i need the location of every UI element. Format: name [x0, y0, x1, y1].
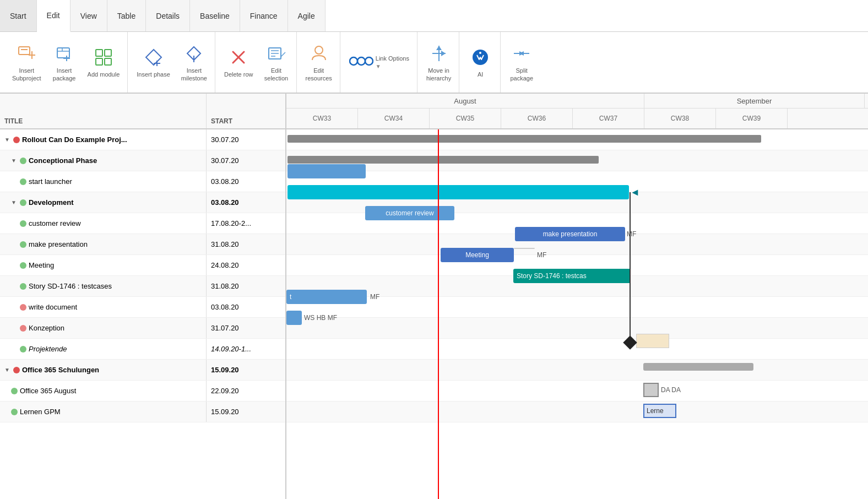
toolbar-section-ai: AI	[460, 32, 501, 93]
toolbar: InsertSubproject Insertpackage	[0, 32, 868, 94]
row-startlauncher[interactable]: start launcher 03.08.20	[0, 171, 285, 192]
svg-point-26	[350, 57, 357, 65]
add-module-button[interactable]: Add module	[82, 37, 126, 87]
bar-office365aug-box[interactable]	[643, 383, 659, 397]
bar-konzeption[interactable]	[286, 311, 302, 325]
toolbar-section-resources: Editresources	[298, 32, 340, 93]
cell-title-office365aug: Office 365 August	[0, 381, 207, 401]
bar-development[interactable]	[287, 185, 629, 199]
cell-start-meeting: 24.08.20	[207, 255, 285, 275]
bar-conceptional[interactable]	[287, 156, 599, 164]
insert-package-icon	[55, 42, 74, 64]
toolbar-section-phase: Insert phase Insertmilestone	[129, 32, 215, 93]
dot-rollout	[13, 137, 20, 143]
split-package-icon	[512, 42, 531, 64]
da-labels-office365: DA DA	[661, 386, 681, 394]
toggle-conceptional[interactable]: ▼	[11, 158, 17, 164]
insert-subproject-icon	[17, 42, 36, 64]
cw35: CW35	[430, 109, 501, 128]
bar-office365[interactable]	[643, 363, 753, 371]
bar-lernen[interactable]: Lerne	[643, 404, 676, 418]
label-writedoc: write document	[29, 303, 77, 311]
delete-row-icon	[229, 46, 248, 68]
cell-start-rollout: 30.07.20	[207, 129, 285, 150]
insert-milestone-label: Insertmilestone	[181, 67, 207, 83]
insert-package-label: Insertpackage	[53, 67, 76, 83]
svg-point-25	[315, 46, 323, 54]
bar-meeting-extra	[514, 248, 535, 249]
toolbar-section-link: Link Options ▼	[341, 32, 417, 93]
cell-start-projektende: 14.09.20-1...	[207, 339, 285, 359]
cell-title-customerreview: customer review	[0, 213, 207, 234]
row-conceptional[interactable]: ▼ Conceptional Phase 30.07.20	[0, 150, 285, 171]
dot-story	[20, 283, 26, 290]
tab-view[interactable]: View	[70, 0, 107, 31]
insert-phase-label: Insert phase	[137, 70, 170, 78]
bar-makepresentation[interactable]: make presentation	[515, 227, 625, 241]
cell-title-rollout: ▼ Rollout Can Do Example Proj...	[0, 129, 207, 150]
label-rollout: Rollout Can Do Example Proj...	[22, 135, 127, 144]
edit-selection-button[interactable]: Editselection	[259, 37, 294, 87]
tab-details[interactable]: Details	[146, 0, 190, 31]
split-package-button[interactable]: Splitpackage	[504, 37, 539, 87]
delete-row-button[interactable]: Delete row	[219, 37, 259, 87]
row-lernen[interactable]: Lernen GPM 15.09.20	[0, 402, 285, 422]
row-story[interactable]: Story SD-1746 : testcases 31.08.20	[0, 276, 285, 297]
gantt-bg-12	[286, 381, 868, 402]
row-konzeption[interactable]: Konzeption 31.07.20	[0, 318, 285, 339]
tab-agile[interactable]: Agile	[288, 0, 326, 31]
bar-customerreview[interactable]: customer review	[365, 206, 454, 220]
tree-rows: ▼ Rollout Can Do Example Proj... 30.07.2…	[0, 129, 285, 499]
insert-phase-icon	[144, 46, 164, 68]
tab-finance[interactable]: Finance	[240, 0, 288, 31]
row-writedoc[interactable]: write document 03.08.20	[0, 297, 285, 318]
bar-startlauncher[interactable]	[287, 164, 366, 178]
insert-package-button[interactable]: Insertpackage	[47, 37, 82, 87]
tab-start[interactable]: Start	[0, 0, 37, 31]
toggle-rollout[interactable]: ▼	[4, 137, 10, 143]
toggle-development[interactable]: ▼	[11, 199, 17, 205]
gantt-bg-13	[286, 402, 868, 422]
row-makepresentation[interactable]: make presentation 31.08.20	[0, 234, 285, 255]
row-development[interactable]: ▼ Development 03.08.20	[0, 192, 285, 213]
add-module-label: Add module	[88, 70, 120, 78]
bar-rollout[interactable]	[287, 135, 761, 143]
cw-row: CW33 CW34 CW35 CW36 CW37 CW38 CW39	[286, 109, 868, 128]
gantt-body: ◄ customer review make presentation MF M…	[286, 129, 868, 499]
ai-button[interactable]: AI	[463, 37, 498, 87]
edit-resources-button[interactable]: Editresources	[300, 37, 338, 87]
edit-selection-label: Editselection	[264, 67, 288, 83]
row-office365[interactable]: ▼ Office 365 Schulungen 15.09.20	[0, 360, 285, 381]
row-projektende[interactable]: Projektende 14.09.20-1...	[0, 339, 285, 360]
ai-icon	[470, 46, 490, 68]
development-arrow: ◄	[630, 187, 640, 198]
toggle-office365[interactable]: ▼	[4, 367, 10, 373]
insert-phase-button[interactable]: Insert phase	[131, 37, 176, 87]
tab-table[interactable]: Table	[107, 0, 146, 31]
tab-edit[interactable]: Edit	[37, 0, 70, 32]
bar-writedoc[interactable]: t	[286, 290, 367, 304]
insert-milestone-button[interactable]: Insertmilestone	[176, 37, 213, 87]
link-options-icon	[349, 55, 373, 68]
row-customerreview[interactable]: customer review 17.08.20-2...	[0, 213, 285, 234]
link-options-button[interactable]: Link Options ▼	[344, 37, 415, 87]
cell-title-makepresentation: make presentation	[0, 234, 207, 254]
insert-subproject-label: InsertSubproject	[12, 67, 41, 83]
row-rollout[interactable]: ▼ Rollout Can Do Example Proj... 30.07.2…	[0, 129, 285, 150]
insert-subproject-button[interactable]: InsertSubproject	[7, 37, 47, 87]
row-meeting[interactable]: Meeting 24.08.20	[0, 255, 285, 276]
bar-story[interactable]: Story SD-1746 : testcas	[513, 269, 631, 283]
add-module-icon	[94, 46, 113, 68]
svg-marker-32	[441, 51, 446, 56]
label-startlauncher: start launcher	[29, 177, 72, 186]
label-customerreview: customer review	[29, 219, 81, 227]
tab-baseline[interactable]: Baseline	[190, 0, 240, 31]
dot-lernen	[11, 409, 18, 415]
toolbar-section-edit: Delete row Editselection	[216, 32, 297, 93]
cw37: CW37	[573, 109, 644, 128]
bar-meeting[interactable]: Meeting	[441, 248, 514, 262]
move-hierarchy-button[interactable]: Move inhierarchy	[421, 37, 457, 87]
left-panel: TITLE START ▼ Rollout Can Do Example Pro…	[0, 94, 286, 499]
row-office365aug[interactable]: Office 365 August 22.09.20	[0, 381, 285, 402]
cell-start-lernen: 15.09.20	[207, 402, 285, 422]
